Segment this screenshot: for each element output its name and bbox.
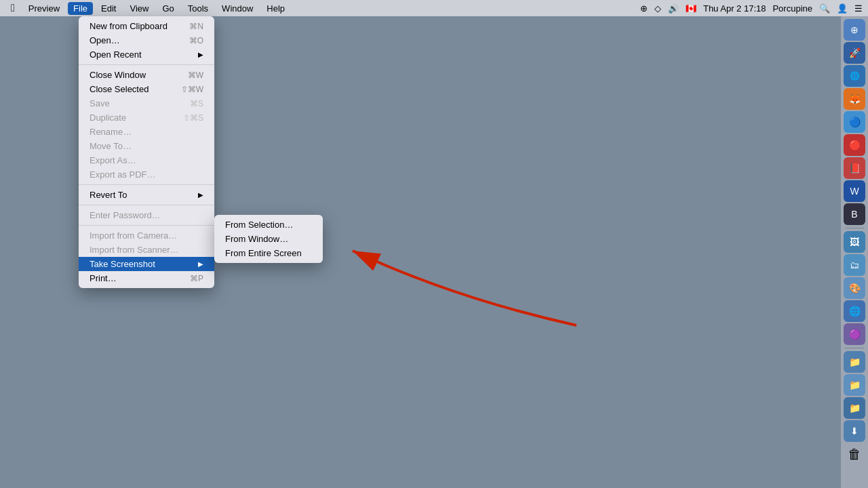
menu-item-label: New from Clipboard (90, 21, 167, 31)
dock-icon-safari[interactable]: ⊕ (844, 19, 865, 41)
menu-item-label: Print… (90, 273, 117, 283)
menu-item-label: Export As… (90, 155, 136, 165)
datetime: Thu Apr 2 17:18 (703, 3, 766, 14)
menubar-tools[interactable]: Tools (182, 2, 214, 15)
file-menu-dropdown: New from Clipboard ⌘N Open… ⌘O Open Rece… (79, 16, 214, 288)
menu-item-duplicate[interactable]: Duplicate ⇧⌘S (79, 110, 214, 125)
menu-item-from-entire-screen[interactable]: From Entire Screen (214, 246, 323, 260)
dock-icon-web[interactable]: 🌐 (844, 300, 865, 322)
menubar-window[interactable]: Window (216, 2, 258, 15)
menu-item-label: Take Screenshot (90, 259, 155, 269)
dock-icon-chrome[interactable]: 🔵 (844, 111, 865, 133)
menu-item-label: Import from Scanner… (90, 245, 179, 255)
submenu-arrow-icon: ▶ (198, 260, 203, 268)
menu-item-shortcut: ⌘N (189, 22, 203, 31)
menu-item-label: Close Selected (90, 84, 149, 94)
apple-menu[interactable]:  (5, 2, 20, 14)
dock-separator (845, 348, 864, 348)
separator (79, 225, 214, 226)
menu-item-import-camera[interactable]: Import from Camera… (79, 228, 214, 243)
airdrop-icon: ⊕ (640, 3, 648, 14)
arrow-annotation (319, 230, 604, 341)
menu-item-enter-password[interactable]: Enter Password… (79, 208, 214, 222)
menu-item-revert-to[interactable]: Revert To ▶ (79, 188, 214, 202)
dock-icon-launchpad[interactable]: 🚀 (844, 42, 865, 64)
menu-item-new-from-clipboard[interactable]: New from Clipboard ⌘N (79, 19, 214, 33)
screenshot-submenu: From Selection… From Window… From Entire… (214, 215, 323, 263)
menu-item-from-window[interactable]: From Window… (214, 232, 323, 246)
menu-item-open-recent[interactable]: Open Recent ▶ (79, 47, 214, 62)
dock-icon-dictionary[interactable]: 📕 (844, 157, 865, 179)
menu-item-label: Open… (90, 35, 120, 45)
menubar-right: ⊕ ◇ 🔊 🇨🇦 Thu Apr 2 17:18 Porcupine 🔍 👤 ☰ (640, 3, 863, 14)
menu-item-save[interactable]: Save ⌘S (79, 96, 214, 110)
dock-icon-files[interactable]: 🗂 (844, 254, 865, 276)
menu-item-label: Save (90, 98, 110, 108)
dock-icon-pixelmator[interactable]: 🎨 (844, 277, 865, 299)
menubar-file[interactable]: File (68, 2, 93, 15)
dock-separator (845, 228, 864, 228)
menu-item-rename[interactable]: Rename… (79, 125, 214, 139)
menu-item-shortcut: ⌘O (189, 36, 203, 45)
menu-item-label: Enter Password… (90, 210, 161, 220)
menu-item-close-selected[interactable]: Close Selected ⇧⌘W (79, 82, 214, 96)
menubar-view[interactable]: View (124, 2, 154, 15)
dock-icon-opera[interactable]: 🔴 (844, 134, 865, 156)
separator (79, 184, 214, 185)
menu-item-label: Move To… (90, 141, 132, 151)
menu-item-label: From Selection… (225, 220, 293, 230)
menu-item-export-as-pdf[interactable]: Export as PDF… (79, 167, 214, 182)
menubar-go[interactable]: Go (157, 2, 179, 15)
flag-icon: 🇨🇦 (686, 3, 696, 14)
menu-item-from-selection[interactable]: From Selection… (214, 218, 323, 232)
separator (79, 205, 214, 205)
submenu-arrow-icon: ▶ (198, 191, 203, 199)
search-icon[interactable]: 🔍 (819, 3, 830, 14)
menu-item-label: Revert To (90, 190, 127, 200)
username: Porcupine (772, 3, 812, 14)
dock-icon-finder1[interactable]: 📁 (844, 351, 865, 373)
dock-icon-downloads[interactable]: ⬇ (844, 420, 865, 442)
volume-icon: 🔊 (668, 3, 679, 14)
menu-item-open[interactable]: Open… ⌘O (79, 33, 214, 47)
menubar-preview[interactable]: Preview (23, 2, 65, 15)
menu-item-label: From Window… (225, 234, 288, 244)
dock-right: ⊕ 🚀 🌐 🦊 🔵 🔴 📕 W B 🖼 🗂 🎨 🌐 🟣 📁 📁 📁 ⬇ 🗑 (841, 16, 868, 488)
menu-item-label: Open Recent (90, 49, 142, 60)
menu-item-label: Close Window (90, 70, 146, 80)
menu-item-shortcut: ⇧⌘W (181, 85, 203, 94)
menu-item-shortcut: ⌘S (190, 99, 203, 108)
dock-icon-trash[interactable]: 🗑 (844, 443, 865, 465)
user-icon: 👤 (837, 3, 848, 14)
menu-item-shortcut: ⌘P (190, 274, 203, 283)
menu-item-shortcut: ⇧⌘S (183, 113, 203, 123)
separator (79, 64, 214, 65)
dock-icon-finder3[interactable]: 📁 (844, 397, 865, 419)
dock-icon-bt[interactable]: B (844, 203, 865, 225)
dock-icon-preview[interactable]: 🖼 (844, 231, 865, 253)
dock-icon-finder2[interactable]: 📁 (844, 374, 865, 396)
menubar-edit[interactable]: Edit (96, 2, 121, 15)
menu-item-shortcut: ⌘W (188, 70, 203, 80)
dock-icon-word[interactable]: W (844, 180, 865, 202)
menubar-help[interactable]: Help (261, 2, 290, 15)
menu-item-move-to[interactable]: Move To… (79, 139, 214, 153)
wifi-icon: ◇ (654, 3, 661, 14)
submenu-arrow-icon: ▶ (198, 51, 203, 58)
menu-item-close-window[interactable]: Close Window ⌘W (79, 68, 214, 82)
dock-icon-firefox[interactable]: 🦊 (844, 88, 865, 110)
dock-icon-safari2[interactable]: 🌐 (844, 65, 865, 87)
menu-item-label: Rename… (90, 127, 132, 137)
menubar:  Preview File Edit View Go Tools Window… (0, 0, 868, 16)
menu-item-take-screenshot[interactable]: Take Screenshot ▶ (79, 257, 214, 271)
menu-item-export-as[interactable]: Export As… (79, 153, 214, 167)
menu-item-label: Export as PDF… (90, 169, 156, 180)
menubar-left:  Preview File Edit View Go Tools Window… (5, 2, 290, 15)
menu-item-import-scanner[interactable]: Import from Scanner… (79, 243, 214, 257)
menu-item-label: Import from Camera… (90, 230, 177, 241)
menu-item-label: From Entire Screen (225, 248, 302, 258)
menu-item-label: Duplicate (90, 113, 126, 123)
menu-item-print[interactable]: Print… ⌘P (79, 271, 214, 285)
dock-icon-app[interactable]: 🟣 (844, 323, 865, 345)
list-icon: ☰ (854, 3, 863, 14)
